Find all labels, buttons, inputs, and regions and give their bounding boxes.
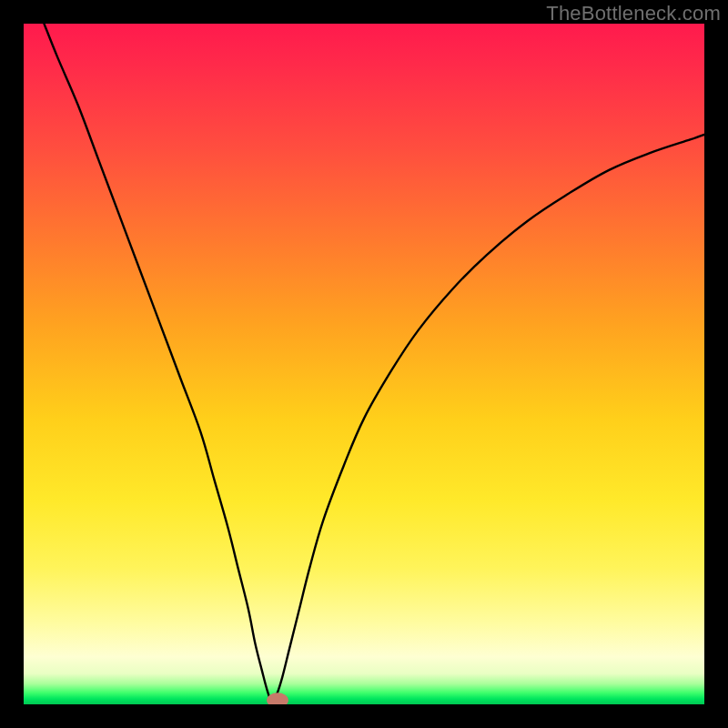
bottleneck-curve [44, 24, 704, 703]
plot-area [24, 24, 704, 704]
optimum-marker [267, 693, 288, 704]
watermark-text: TheBottleneck.com [546, 2, 721, 25]
chart-frame: TheBottleneck.com [0, 0, 728, 728]
curve-layer [24, 24, 704, 704]
